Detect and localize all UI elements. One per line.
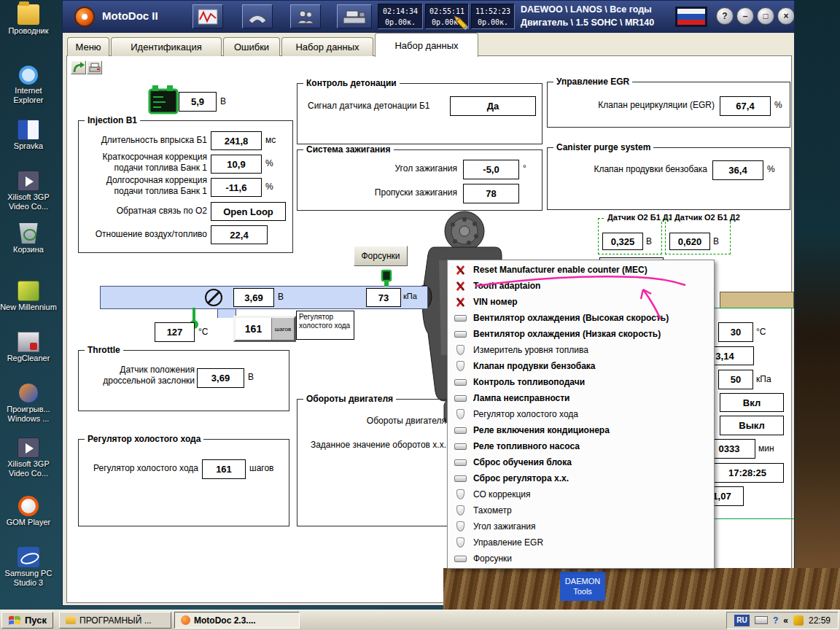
start-log-button[interactable] — [71, 61, 86, 74]
keyboard-icon[interactable] — [755, 616, 768, 624]
taskbar-task-program[interactable]: ПРОГРАМНЫЙ ... — [59, 612, 171, 629]
tab-menu[interactable]: Меню — [67, 37, 109, 56]
language-flag-russia[interactable] — [675, 7, 707, 27]
desktop-icon-recycle-bin[interactable]: Корзина — [0, 223, 57, 254]
o2-sensor-1-value: 0,325 — [602, 233, 643, 250]
raised-bar-icon — [453, 459, 467, 466]
menu-item-fuel-gauge[interactable]: Измеритель уровня топлива — [448, 342, 714, 358]
raised-bar-icon — [453, 379, 467, 386]
desktop-icon-new-millennium[interactable]: New Millennium — [0, 281, 57, 312]
menu-item-ac-relay[interactable]: Реле включения кондиционера — [448, 422, 714, 438]
waveform-icon — [198, 9, 218, 25]
media-player-icon — [18, 383, 39, 403]
menu-item-tooth-adaptation[interactable]: Tooth adaptaion — [448, 278, 714, 294]
minimize-button[interactable]: – — [736, 7, 754, 25]
desktop-icon-gom-player[interactable]: GOM Player — [0, 496, 57, 527]
close-button[interactable]: × — [777, 7, 795, 25]
menu-item-egr-control[interactable]: Управление EGR — [448, 534, 714, 551]
injectors-button[interactable]: Форсунки — [354, 246, 408, 266]
help-button[interactable]: ? — [716, 7, 734, 25]
daemon-tray-icon[interactable] — [793, 615, 804, 626]
knock-sensor-value: Да — [450, 96, 536, 116]
language-indicator[interactable]: RU — [734, 615, 750, 626]
menu-item-iac-reset[interactable]: Сброс регулятора х.х. — [448, 470, 714, 486]
menu-item-ecu-reset[interactable]: Сброс обучения блока — [448, 454, 714, 470]
menu-item-fan-low[interactable]: Вентилятор охлаждения (Низкая скорость) — [448, 326, 714, 342]
tab-dataset-1[interactable]: Набор данных — [281, 37, 373, 56]
menu-item-vin[interactable]: VIN номер — [448, 294, 714, 310]
raised-bar-icon — [453, 331, 467, 338]
menu-item-iac[interactable]: Регулятор холостого хода — [448, 406, 714, 422]
tab-errors[interactable]: Ошибки — [223, 37, 280, 56]
tab-identification[interactable]: Идентификация — [111, 37, 222, 56]
menu-item-canister-valve[interactable]: Клапан продувки бензобака — [448, 358, 714, 374]
egr-valve-value: 67,4 — [720, 96, 771, 116]
system-tray: RU ? « 22:59 — [726, 612, 839, 629]
raised-bar-icon — [453, 443, 467, 450]
desktop-icon-xilisoft[interactable]: Xilisoft 3GP Video Co... — [0, 171, 57, 211]
motodoc-logo-icon — [74, 7, 95, 27]
injector-icon — [376, 269, 397, 288]
shield-icon — [453, 505, 467, 516]
oscilloscope-button[interactable] — [192, 4, 223, 28]
desktop-icon-regcleaner[interactable]: RegCleaner — [0, 332, 57, 363]
pencil-icon[interactable] — [451, 12, 470, 31]
menu-item-fan-high[interactable]: Вентилятор охлаждения (Высокая скорость) — [448, 310, 714, 326]
desktop-icon-wmp[interactable]: Проигрыв... Windows ... — [0, 383, 57, 423]
phone-button[interactable] — [242, 4, 273, 28]
title-bar[interactable]: MotoDoc II 02:14:34 0р.00к. 02:55:11 0р.… — [63, 1, 794, 33]
iac-steps-value: 161 — [202, 459, 246, 479]
exhaust-pipe — [720, 292, 794, 308]
desktop-icon-samsung-pc-studio[interactable]: Samsung PC Studio 3 — [0, 547, 57, 587]
help-icon: ? — [722, 11, 727, 21]
start-button[interactable]: Пуск — [1, 612, 53, 629]
shield-icon — [453, 489, 467, 499]
taskbar-task-motodoc[interactable]: MotoDoc 2.3.... — [174, 612, 300, 629]
motodoc-icon — [181, 615, 190, 625]
tps-value: 3,69 — [197, 368, 244, 388]
actuator-test-context-menu: Reset Manufacturer enable counter (MEC) … — [447, 260, 715, 569]
session-timer-1: 02:14:34 0р.00к. — [378, 4, 423, 29]
raised-bar-icon — [453, 556, 467, 562]
iac-caption: Регулятор холостого хода — [296, 311, 354, 340]
right-on-value: Вкл — [720, 393, 784, 412]
red-key-icon — [453, 297, 467, 308]
app-icon — [18, 281, 39, 301]
tps-pipe-value: 3,69 — [233, 288, 274, 307]
desktop-icon-daemon-tools[interactable]: DAEMON Tools — [560, 572, 605, 601]
cash-register-button[interactable] — [337, 4, 372, 28]
injection-duration-value: 241,8 — [211, 131, 262, 150]
desktop-icon-spravka[interactable]: Spravka — [0, 120, 57, 151]
tab-dataset-2-active[interactable]: Набор данных — [375, 33, 478, 57]
menu-item-reset-mec[interactable]: Reset Manufacturer enable counter (MEC) — [448, 262, 714, 278]
raised-bar-icon — [453, 395, 467, 402]
menu-item-co-correction[interactable]: СО коррекция — [448, 486, 714, 502]
maximize-button[interactable]: □ — [757, 7, 774, 25]
people-icon — [295, 9, 316, 25]
desktop-wallpaper-fur — [443, 568, 840, 610]
taskbar: Пуск ПРОГРАМНЫЙ ... MotoDoc 2.3.... RU ?… — [0, 610, 840, 630]
cash-register-icon — [342, 8, 367, 26]
desktop-icon-xilisoft-2[interactable]: Xilisoft 3GP Video Co... — [0, 438, 57, 478]
menu-item-tachometer[interactable]: Тахометр — [448, 502, 714, 518]
video-converter-icon — [18, 171, 39, 191]
menu-item-fuel-control[interactable]: Контроль топливоподачи — [448, 374, 714, 390]
menu-item-ignition-angle[interactable]: Угол зажигания — [448, 518, 714, 534]
right-temp-value: 30 — [718, 322, 753, 342]
canister-valve-value: 36,4 — [712, 160, 763, 180]
minimize-icon: – — [743, 11, 748, 21]
print-button[interactable] — [87, 61, 102, 74]
menu-item-fuel-pump-relay[interactable]: Реле топливного насоса — [448, 438, 714, 454]
menu-item-injectors[interactable]: Форсунки — [448, 551, 714, 567]
desktop-icon-internet-explorer[interactable]: Internet Explorer — [0, 66, 57, 104]
collapse-tray-icon[interactable]: « — [783, 615, 788, 626]
desktop: Проводник Internet Explorer Spravka Xili… — [0, 0, 840, 630]
help-tray-icon[interactable]: ? — [773, 615, 778, 626]
explorer-icon — [18, 4, 39, 25]
battery-voltage-value: 5,9 — [179, 92, 217, 112]
map-pipe-value: 73 — [366, 288, 401, 307]
clients-button[interactable] — [290, 4, 321, 28]
desktop-icon-explorer[interactable]: Проводник — [0, 4, 57, 36]
misfire-value: 78 — [463, 184, 519, 203]
menu-item-mil-lamp[interactable]: Лампа неисправности — [448, 390, 714, 406]
